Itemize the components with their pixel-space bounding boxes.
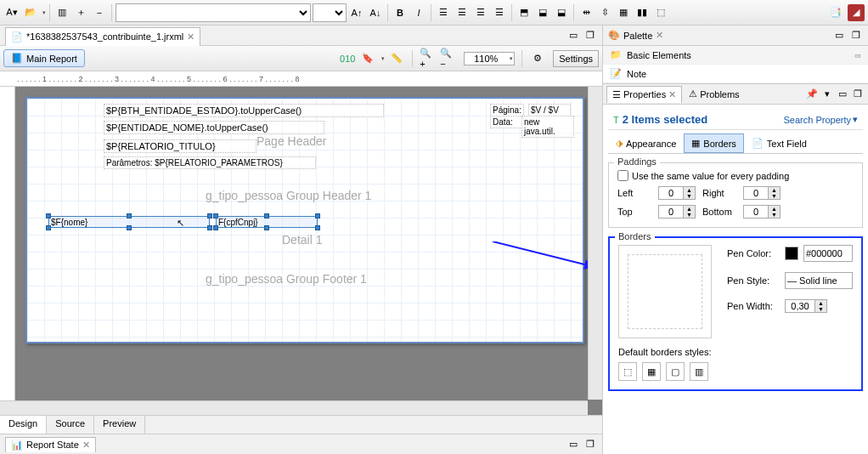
maximize-icon[interactable]: ❐ — [849, 29, 863, 43]
valign-middle-icon[interactable]: ⬓ — [534, 4, 551, 21]
pen-style-select[interactable] — [785, 272, 853, 289]
font-size-select[interactable] — [313, 3, 347, 22]
tab-problems[interactable]: ⚠ Problems — [684, 86, 744, 102]
band-detail: Detail 1 — [282, 233, 322, 247]
close-icon[interactable]: ✕ — [82, 440, 90, 451]
search-property-button[interactable]: Search Property▾ — [784, 114, 858, 125]
pen-color-swatch[interactable] — [785, 247, 798, 260]
padding-same-checkbox[interactable]: Use the same value for every padding — [617, 170, 854, 181]
label-right: Right — [702, 188, 736, 198]
settings-button[interactable]: Settings — [553, 50, 599, 67]
field-pagina[interactable]: $V / $V — [528, 104, 571, 116]
barcode-icon[interactable]: ▮▮ — [634, 4, 651, 21]
note-icon: 📝 — [610, 68, 622, 79]
tab-appearance[interactable]: ⬗ Appearance — [608, 133, 684, 153]
open-icon[interactable]: 📂 — [22, 4, 39, 21]
layout-icon[interactable]: ▦ — [615, 4, 632, 21]
font-increase-icon[interactable]: A↑ — [348, 4, 365, 21]
pen-color-input[interactable] — [803, 245, 853, 262]
field-parametros[interactable]: Parâmetros: $P{RELATORIO_PARAMETROS} — [104, 156, 316, 169]
minimize-icon[interactable]: ▭ — [566, 29, 580, 43]
warning-icon: ⚠ — [689, 88, 697, 99]
tab-preview[interactable]: Preview — [94, 416, 145, 434]
ruler-icon[interactable]: 📏 — [388, 50, 405, 67]
main-report-button[interactable]: 📘 Main Report — [3, 49, 85, 67]
zoom-in-icon[interactable]: 🔍+ — [420, 50, 437, 67]
align-left-icon[interactable]: ☰ — [435, 4, 452, 21]
zoom-input[interactable] — [465, 54, 506, 64]
design-canvas[interactable]: . . . . . . 1 . . . . . . . 2 . . . . . … — [0, 71, 602, 415]
report-page[interactable]: $P{BTH_ENTIDADE_ESTADO}.toUpperCase() Pá… — [25, 97, 584, 343]
minus-icon[interactable]: − — [91, 4, 108, 21]
field-data[interactable]: new java.util. — [521, 116, 574, 138]
selected-field-nome[interactable]: $F{nome} — [48, 216, 210, 228]
distribute-h-icon[interactable]: ⇹ — [578, 4, 595, 21]
font-color-icon[interactable]: A▾ — [3, 4, 20, 21]
close-icon[interactable]: ✕ — [187, 31, 194, 43]
padding-right-spinner[interactable]: ▲▼ — [743, 186, 781, 200]
border-style-all[interactable]: ▦ — [642, 362, 661, 381]
menu-icon[interactable]: ▾ — [820, 88, 834, 101]
field-estado[interactable]: $P{BTH_ENTIDADE_ESTADO}.toUpperCase() — [104, 104, 384, 117]
bookmark-icon[interactable]: 🔖 — [359, 50, 376, 67]
palette-note-label: Note — [627, 69, 646, 79]
scrollbar-horizontal[interactable] — [0, 400, 588, 415]
binary-icon[interactable]: 010 — [339, 50, 356, 67]
align-center-icon[interactable]: ☰ — [454, 4, 471, 21]
report-state-tab[interactable]: 📊 Report State ✕ — [5, 437, 96, 452]
field-nome[interactable]: $P{ENTIDADE_NOME}.toUpperCase() — [104, 121, 324, 134]
tab-design[interactable]: Design — [0, 416, 47, 434]
editor-tab[interactable]: 📄 *1638382537543_contribuinte_1.jrxml ✕ — [5, 27, 200, 46]
border-style-none[interactable]: ⬚ — [618, 362, 637, 381]
band-group-footer: g_tipo_pessoa Group Footer 1 — [206, 272, 367, 286]
properties-header: ☰ Properties ✕ ⚠ Problems 📌 ▾ ▭ ❐ — [603, 84, 868, 105]
tab-source[interactable]: Source — [47, 416, 94, 434]
italic-icon[interactable]: I — [410, 4, 427, 21]
tab-textfield[interactable]: 📄 Text Field — [744, 133, 814, 153]
padding-top-spinner[interactable]: ▲▼ — [658, 205, 696, 218]
align-justify-icon[interactable]: ☰ — [491, 4, 508, 21]
paddings-legend: Paddings — [614, 156, 660, 167]
field-titulo[interactable]: $P{RELATORIO_TITULO} — [104, 139, 256, 153]
font-select[interactable] — [116, 3, 311, 22]
gear-icon[interactable]: ⚙ — [529, 50, 546, 67]
minimize-icon[interactable]: ▭ — [566, 438, 580, 451]
zoom-out-icon[interactable]: 🔍− — [440, 50, 457, 67]
report-icon: 📘 — [11, 53, 23, 64]
padding-bottom-spinner[interactable]: ▲▼ — [743, 205, 781, 218]
minimize-icon[interactable]: ▭ — [836, 88, 849, 101]
font-decrease-icon[interactable]: A↓ — [367, 4, 384, 21]
bold-icon[interactable]: B — [392, 4, 409, 21]
border-style-inner[interactable]: ▥ — [690, 362, 708, 381]
plus-icon[interactable]: ＋ — [72, 4, 89, 21]
maximize-icon[interactable]: ❐ — [583, 438, 597, 451]
tab-borders[interactable]: ▦ Borders — [684, 133, 744, 153]
appearance-icon: ⬗ — [616, 138, 623, 149]
valign-top-icon[interactable]: ⬒ — [516, 4, 533, 21]
perspective-icon[interactable]: 📑 — [827, 4, 844, 21]
palette-basic-elements[interactable]: 📁 Basic Elements ∞ — [603, 46, 868, 65]
pin-icon[interactable]: 📌 — [805, 88, 819, 101]
label-pen-color: Pen Color: — [727, 248, 780, 258]
palette-note[interactable]: 📝 Note — [603, 65, 868, 83]
dotted-box-icon[interactable]: ⬚ — [652, 4, 669, 21]
label-top: Top — [617, 207, 651, 217]
label-left: Left — [617, 188, 651, 198]
close-icon[interactable]: ✕ — [656, 30, 663, 41]
padding-left-spinner[interactable]: ▲▼ — [658, 186, 696, 200]
selected-field-cpf[interactable]: F{cpfCnpj} — [216, 216, 318, 228]
columns-icon[interactable]: ▥ — [54, 4, 70, 21]
maximize-icon[interactable]: ❐ — [851, 88, 865, 101]
logo-icon[interactable]: ◢ — [848, 4, 865, 21]
border-style-outer[interactable]: ▢ — [666, 362, 685, 381]
scrollbar-vertical[interactable] — [588, 87, 602, 400]
pen-width-spinner[interactable]: ▲▼ — [785, 299, 827, 313]
border-preview[interactable] — [618, 245, 712, 338]
minimize-icon[interactable]: ▭ — [832, 29, 846, 43]
valign-bottom-icon[interactable]: ⬓ — [553, 4, 570, 21]
maximize-icon[interactable]: ❐ — [583, 29, 597, 43]
distribute-v-icon[interactable]: ⇳ — [596, 4, 613, 21]
align-right-icon[interactable]: ☰ — [472, 4, 489, 21]
zoom-combo[interactable]: ▾ — [464, 52, 515, 65]
tab-properties[interactable]: ☰ Properties ✕ — [606, 86, 682, 103]
